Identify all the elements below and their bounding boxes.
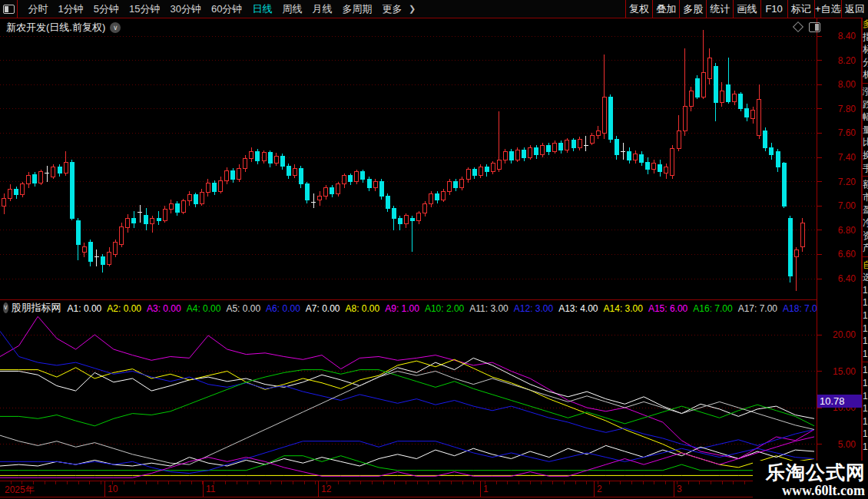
price-tick-label: 7.60	[819, 127, 856, 138]
indicator-line-blue-high	[0, 331, 814, 448]
strip-item[interactable]: 量	[863, 124, 868, 137]
indicator-value-A13: A13: 4.00	[558, 303, 598, 314]
strip-item[interactable]: 1	[863, 364, 868, 377]
price-tick-label: 7.00	[819, 200, 856, 211]
strip-item[interactable]: 产	[863, 242, 868, 255]
strip-item[interactable]: 手	[863, 162, 868, 175]
tab-5分钟[interactable]: 5分钟	[94, 2, 119, 16]
split-window-icon	[3, 5, 15, 14]
strip-item[interactable]: 资	[863, 230, 868, 243]
indicator-name: 股朋指标网	[12, 301, 61, 315]
indicator-value-A5: A5: 0.00	[226, 303, 260, 314]
tab-日线[interactable]: 日线	[252, 2, 272, 16]
indicator-tick-label: 20.00	[819, 329, 856, 340]
right-side-strip[interactable]: 多指标分析涨跌幅量比换手额市盈净资产自选1111111111111	[862, 18, 868, 499]
month-label-1: 1	[483, 484, 489, 494]
watermark-title: 乐淘公式网	[766, 462, 868, 483]
strip-item[interactable]: 1	[863, 284, 868, 297]
strip-item[interactable]: 1	[863, 348, 868, 361]
stock-title: 新农开发(日线.前复权)	[6, 21, 105, 35]
indicator-value-A4: A4: 0.00	[187, 303, 221, 314]
toolbar-spacer	[416, 0, 625, 18]
indicator-header-row[interactable]: ∨ 股朋指标网 A1: 0.00A2: 0.00A3: 0.00A4: 0.00…	[0, 300, 817, 315]
tab-30分钟[interactable]: 30分钟	[170, 2, 200, 16]
strip-item[interactable]: 幅	[863, 111, 868, 124]
indicator-value-A3: A3: 0.00	[147, 303, 181, 314]
button-返回[interactable]: 返回	[841, 0, 868, 18]
strip-item[interactable]: 1	[863, 335, 868, 348]
tab-周线[interactable]: 周线	[282, 2, 302, 16]
stock-title-row: 新农开发(日线.前复权) ∨	[6, 21, 121, 35]
strip-item[interactable]: 跌	[863, 98, 868, 111]
indicator-value-A15: A15: 6.00	[648, 303, 687, 314]
button-+自选[interactable]: +自选	[814, 0, 841, 18]
strip-item[interactable]: 1	[863, 296, 868, 309]
indicator-values: A1: 0.00A2: 0.00A3: 0.00A4: 0.00A5: 0.00…	[68, 301, 817, 315]
tab-60分钟[interactable]: 60分钟	[211, 2, 242, 16]
strip-divider	[863, 176, 868, 177]
toolbar-right-buttons: 复权叠加多股统计画线F10标记+自选返回	[625, 0, 868, 18]
tab-分时[interactable]: 分时	[28, 2, 48, 16]
strip-item[interactable]: 指	[863, 31, 868, 44]
strip-divider	[863, 362, 868, 362]
indicator-line-blue-low	[0, 441, 814, 474]
strip-item[interactable]: 1	[863, 402, 868, 415]
tab-15分钟[interactable]: 15分钟	[129, 2, 160, 16]
indicator-value-A9: A9: 1.00	[385, 303, 419, 314]
button-多股[interactable]: 多股	[679, 0, 706, 18]
strip-item[interactable]: 1	[863, 322, 868, 335]
strip-item[interactable]: 涨	[863, 85, 868, 98]
strip-item[interactable]: 净	[863, 216, 868, 230]
strip-item[interactable]: 1	[863, 441, 868, 454]
chart-canvas[interactable]	[0, 0, 868, 499]
chevron-down-icon[interactable]: ∨	[110, 22, 121, 33]
watermark: 乐淘公式网 www.60lt.com	[753, 461, 868, 499]
indicator-value-A17: A17: 7.00	[738, 303, 777, 314]
button-统计[interactable]: 统计	[706, 0, 733, 18]
month-label-2: 2	[597, 484, 602, 494]
strip-item[interactable]: 1	[863, 390, 868, 403]
tab-月线[interactable]: 月线	[312, 2, 332, 16]
indicator-value-A6: A6: 0.00	[266, 303, 300, 314]
collapse-indicator-icon[interactable]: ∨	[3, 302, 8, 313]
strip-item[interactable]: 标	[863, 43, 868, 56]
trading-app-window: 分时1分钟5分钟15分钟30分钟60分钟日线周线月线多周期更多❯ 复权叠加多股统…	[0, 0, 868, 499]
strip-item[interactable]: 1	[863, 309, 868, 322]
button-复权[interactable]: 复权	[625, 0, 652, 18]
price-tick-label: 7.40	[819, 152, 856, 163]
strip-item[interactable]: 多	[863, 18, 868, 31]
indicator-value-A10: A10: 2.00	[425, 303, 464, 314]
year-label: 2025年	[5, 484, 35, 497]
price-tick-label: 6.40	[819, 273, 856, 284]
price-tick-label: 8.00	[819, 79, 856, 90]
price-tick-label: 8.20	[819, 55, 856, 66]
button-画线[interactable]: 画线	[733, 0, 760, 18]
strip-item[interactable]: 盈	[863, 203, 868, 216]
tab-1分钟[interactable]: 1分钟	[58, 2, 84, 16]
strip-item[interactable]: 市	[863, 191, 868, 204]
tab-多周期[interactable]: 多周期	[342, 2, 372, 16]
strip-item[interactable]: 析	[863, 68, 868, 81]
tab-更多[interactable]: 更多	[382, 2, 402, 16]
strip-item[interactable]: 自	[863, 259, 868, 272]
strip-item[interactable]: 选	[863, 271, 868, 284]
button-F10[interactable]: F10	[760, 0, 787, 18]
strip-item[interactable]: 分	[863, 56, 868, 69]
strip-item[interactable]: 1	[863, 377, 868, 390]
layout-toggle-button[interactable]	[0, 0, 18, 18]
month-label-3: 3	[677, 484, 682, 494]
strip-item[interactable]: 额	[863, 178, 868, 191]
watermark-url: www.60lt.com	[782, 483, 868, 498]
strip-item[interactable]: 比	[863, 136, 868, 149]
price-tick-label: 6.60	[819, 249, 856, 259]
button-标记[interactable]: 标记	[787, 0, 814, 18]
strip-item[interactable]: 1	[863, 428, 868, 441]
indicator-value-A11: A11: 3.00	[469, 303, 508, 314]
indicator-value-A18: A18: 7.00	[783, 303, 817, 314]
strip-item[interactable]: 换	[863, 149, 868, 162]
price-tick-label: 6.80	[819, 225, 856, 236]
strip-item[interactable]: 1	[863, 415, 868, 428]
period-tabs: 分时1分钟5分钟15分钟30分钟60分钟日线周线月线多周期更多❯	[18, 0, 416, 18]
month-label-10: 10	[108, 484, 118, 494]
button-叠加[interactable]: 叠加	[652, 0, 679, 18]
